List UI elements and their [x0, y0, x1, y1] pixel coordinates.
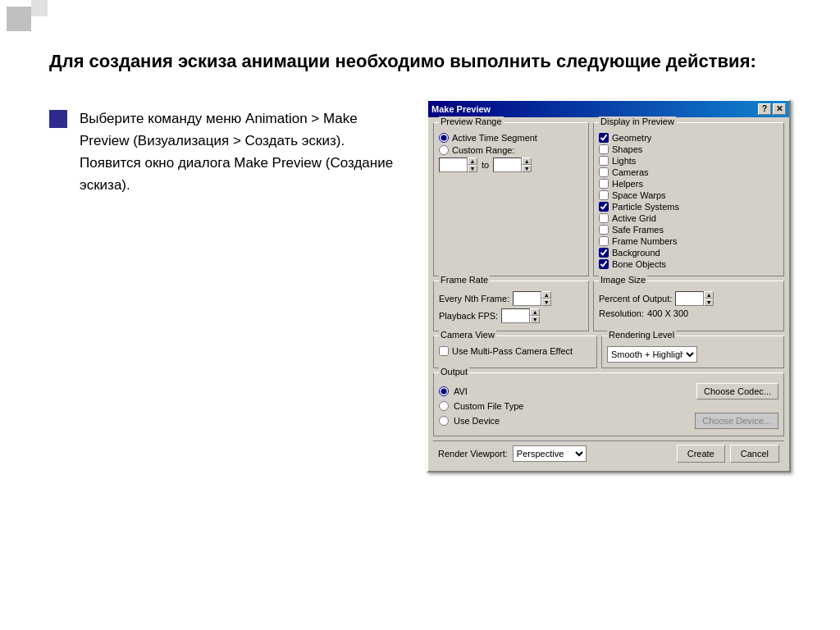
output-group: Output AVI Choose Codec... Custom File T… — [433, 372, 784, 436]
active-time-radio[interactable] — [439, 133, 449, 143]
camera-view-content: Use Multi-Pass Camera Effect — [439, 346, 591, 356]
custom-file-row: Custom File Type — [439, 401, 778, 411]
geometry-row: Geometry — [599, 133, 778, 143]
create-button[interactable]: Create — [677, 445, 725, 463]
frame-numbers-check[interactable] — [599, 236, 609, 246]
every-nth-up-btn[interactable]: ▲ — [541, 291, 551, 299]
to-spinbox: 100 ▲ ▼ — [493, 158, 532, 172]
bone-objects-row: Bone Objects — [599, 259, 778, 269]
active-grid-row: Active Grid — [599, 213, 778, 223]
every-nth-input[interactable]: 1 — [513, 291, 541, 306]
cancel-button[interactable]: Cancel — [730, 445, 779, 463]
playback-fps-input[interactable]: 30 — [501, 308, 530, 323]
background-row: Background — [599, 248, 778, 258]
lights-label: Lights — [612, 156, 636, 166]
bullet-icon — [49, 110, 67, 128]
percent-input[interactable]: 50 — [675, 291, 704, 306]
middle-panels-row: Frame Rate Every Nth Frame: 1 ▲ ▼ — [433, 281, 784, 331]
bullet-item: Выберите команду меню Animation > Make P… — [49, 107, 402, 197]
to-down-btn[interactable]: ▼ — [522, 165, 532, 172]
rendering-level-content: Smooth + Highlights Smooth Facets + High… — [607, 346, 778, 363]
playback-fps-down-btn[interactable]: ▼ — [530, 316, 540, 323]
active-time-segment-row: Active Time Segment — [439, 133, 583, 143]
every-nth-spin-buttons: ▲ ▼ — [541, 291, 551, 306]
every-nth-row: Every Nth Frame: 1 ▲ ▼ — [439, 291, 583, 306]
display-preview-content: Geometry Shapes Lights — [599, 133, 778, 269]
helpers-check[interactable] — [599, 179, 609, 189]
every-nth-label: Every Nth Frame: — [439, 294, 509, 304]
active-time-label: Active Time Segment — [452, 133, 537, 143]
avi-radio[interactable] — [439, 386, 449, 396]
camera-view-label: Camera View — [439, 330, 496, 340]
display-preview-group: Display in Preview Geometry Shapes — [593, 122, 784, 276]
to-spin-buttons: ▲ ▼ — [522, 158, 532, 172]
output-label: Output — [439, 367, 469, 377]
geometry-check[interactable] — [599, 133, 609, 143]
active-grid-check[interactable] — [599, 213, 609, 223]
use-device-label: Use Device — [454, 416, 500, 426]
frame-numbers-row: Frame Numbers — [599, 236, 778, 246]
safe-frames-label: Safe Frames — [612, 225, 664, 235]
use-device-radio[interactable] — [439, 416, 449, 426]
output-content: AVI Choose Codec... Custom File Type Use… — [439, 383, 778, 429]
space-warps-check[interactable] — [599, 190, 609, 200]
image-size-group: Image Size Percent of Output: 50 ▲ ▼ — [593, 281, 784, 331]
shapes-check[interactable] — [599, 144, 609, 154]
from-spin-buttons: ▲ ▼ — [468, 158, 477, 172]
image-size-label: Image Size — [599, 275, 647, 285]
to-input[interactable]: 100 — [493, 158, 522, 172]
rendering-level-label: Rendering Level — [607, 330, 676, 340]
particle-systems-label: Particle Systems — [612, 202, 679, 212]
background-label: Background — [612, 248, 660, 258]
close-button[interactable]: ✕ — [773, 103, 786, 115]
choose-device-button[interactable]: Choose Device... — [695, 413, 778, 429]
rendering-level-select[interactable]: Smooth + Highlights Smooth Facets + High… — [607, 346, 697, 363]
from-spinbox: 0 ▲ ▼ — [439, 158, 477, 172]
frame-numbers-label: Frame Numbers — [612, 236, 677, 246]
render-viewport-label: Render Viewport: — [438, 449, 508, 459]
bottom-bar: Render Viewport: Perspective Top Front L… — [433, 441, 784, 466]
space-warps-label: Space Warps — [612, 190, 666, 200]
left-content: Выберите команду меню Animation > Make P… — [49, 99, 402, 197]
shapes-row: Shapes — [599, 144, 778, 154]
help-button[interactable]: ? — [758, 103, 771, 115]
dialog-title: Make Preview — [431, 104, 491, 114]
playback-fps-spin-buttons: ▲ ▼ — [530, 308, 540, 323]
viewport-select[interactable]: Perspective Top Front Left — [513, 445, 587, 462]
custom-file-radio[interactable] — [439, 401, 449, 411]
lights-row: Lights — [599, 156, 778, 166]
rendering-level-group: Rendering Level Smooth + Highlights Smoo… — [601, 336, 784, 368]
preview-range-content: Active Time Segment Custom Range: 0 — [439, 133, 583, 172]
particle-systems-row: Particle Systems — [599, 202, 778, 212]
to-up-btn[interactable]: ▲ — [522, 158, 532, 165]
safe-frames-check[interactable] — [599, 225, 609, 235]
content-row: Выберите команду меню Animation > Make P… — [49, 99, 791, 472]
cameras-label: Cameras — [612, 167, 649, 177]
every-nth-spinbox: 1 ▲ ▼ — [513, 291, 551, 306]
helpers-row: Helpers — [599, 179, 778, 189]
percent-down-btn[interactable]: ▼ — [704, 299, 714, 306]
multi-pass-check[interactable] — [439, 346, 449, 356]
avi-label: AVI — [454, 386, 468, 396]
frame-rate-label: Frame Rate — [439, 275, 490, 285]
bone-objects-check[interactable] — [599, 259, 609, 269]
lights-check[interactable] — [599, 156, 609, 166]
from-up-btn[interactable]: ▲ — [468, 158, 477, 165]
percent-label: Percent of Output: — [599, 294, 672, 304]
background-check[interactable] — [599, 248, 609, 258]
playback-fps-row: Playback FPS: 30 ▲ ▼ — [439, 308, 583, 323]
display-preview-label: Display in Preview — [599, 116, 676, 126]
every-nth-down-btn[interactable]: ▼ — [541, 299, 551, 306]
playback-fps-up-btn[interactable]: ▲ — [530, 308, 540, 316]
camera-view-group: Camera View Use Multi-Pass Camera Effect — [433, 336, 597, 368]
percent-up-btn[interactable]: ▲ — [704, 291, 714, 299]
choose-codec-button[interactable]: Choose Codec... — [696, 383, 778, 399]
particle-systems-check[interactable] — [599, 202, 609, 212]
custom-range-radio[interactable] — [439, 145, 449, 155]
shapes-label: Shapes — [612, 144, 642, 154]
from-down-btn[interactable]: ▼ — [468, 165, 477, 172]
from-input[interactable]: 0 — [439, 158, 468, 172]
cameras-check[interactable] — [599, 167, 609, 177]
custom-file-label: Custom File Type — [454, 401, 523, 411]
playback-fps-spinbox: 30 ▲ ▼ — [501, 308, 540, 323]
